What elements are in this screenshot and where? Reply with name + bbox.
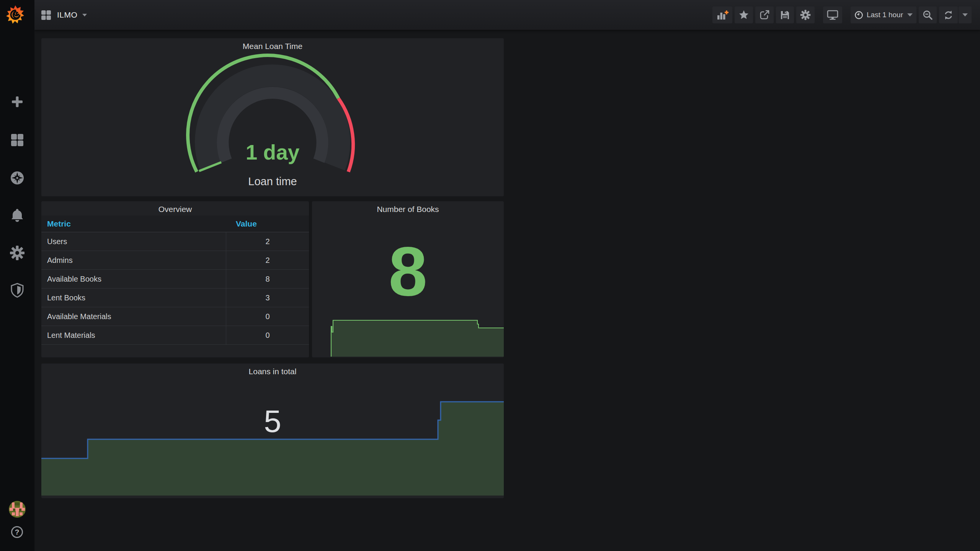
gear-icon [800,10,811,20]
dashboard-title-group[interactable]: ILMO [41,10,87,20]
value-cell: 2 [226,251,309,269]
sidebar-create-button[interactable] [0,88,34,116]
sidebar-configuration-button[interactable] [0,239,34,267]
gauge-value-text: 1 day [41,140,504,165]
value-cell: 8 [226,270,309,288]
table-row: Admins 2 [41,251,309,270]
dashboard-settings-button[interactable] [796,7,815,23]
loans-stat-value: 5 [41,406,504,437]
value-cell: 3 [226,289,309,307]
table-row: Lent Materials 0 [41,326,309,345]
tv-monitor-icon [827,10,838,20]
panel-loans-in-total: Loans in total 5 [41,364,504,498]
refresh-caret-icon [962,13,968,16]
table-row: Users 2 [41,232,309,251]
dashboard-grid-icon [41,10,51,20]
grafana-logo-icon[interactable] [5,4,26,26]
plus-icon [10,95,24,109]
column-header-metric[interactable]: Metric [41,219,226,228]
top-navbar: ILMO [34,0,980,30]
add-panel-button[interactable] [712,7,732,23]
share-dashboard-button[interactable] [755,7,774,23]
panel-title[interactable]: Overview [41,205,309,214]
add-panel-icon [716,9,728,21]
metric-cell: Lent Materials [41,326,226,344]
panel-title[interactable]: Loans in total [41,367,504,376]
table-header-row: Metric Value [41,215,309,232]
compass-icon [10,170,25,186]
table-body: Users 2 Admins 2 Available Books 8 Lent … [41,232,309,345]
save-icon [780,10,790,20]
question-mark-icon: ? [15,528,20,536]
panel-overview: Overview Metric Value Users 2 Admins 2 A… [41,201,309,357]
refresh-icon [943,10,954,21]
metric-cell: Available Materials [41,307,226,326]
metric-cell: Admins [41,251,226,269]
sidebar-dashboards-button[interactable] [0,126,34,154]
title-caret-icon [82,14,87,16]
star-dashboard-button[interactable] [735,7,753,23]
panel-title[interactable]: Number of Books [312,205,504,214]
books-stat-value: 8 [312,236,504,306]
refresh-button-group [939,7,972,23]
time-caret-icon [907,13,913,16]
bell-icon [10,208,24,223]
dashboard-title[interactable]: ILMO [57,10,77,20]
table-row: Available Materials 0 [41,307,309,326]
magnifier-minus-icon [923,10,933,20]
cycle-view-mode-button[interactable] [823,7,842,23]
star-icon [738,10,749,20]
help-button[interactable]: ? [11,526,23,538]
dashboards-grid-icon [10,133,24,147]
refresh-dashboard-button[interactable] [939,7,958,23]
refresh-interval-dropdown[interactable] [959,7,972,23]
value-cell: 0 [226,326,309,344]
metric-cell: Users [41,232,226,251]
navbar-actions: Last 1 hour [712,7,972,23]
books-sparkline-fill [331,320,504,357]
clock-icon [854,11,863,20]
sidebar: ? [0,0,34,551]
user-avatar[interactable] [9,501,26,518]
table-row: Lent Books 3 [41,289,309,307]
gear-icon [10,245,25,261]
panel-mean-loan-time: Mean Loan Time 1 day Loan time [41,38,504,196]
sidebar-server-admin-button[interactable] [0,277,34,304]
table-row: Available Books 8 [41,270,309,289]
gauge-value-label: Loan time [41,175,504,188]
share-icon [759,10,770,20]
metric-cell: Available Books [41,270,226,288]
save-dashboard-button[interactable] [776,7,794,23]
sidebar-alerting-button[interactable] [0,202,34,229]
value-cell: 2 [226,232,309,251]
panel-title[interactable]: Mean Loan Time [41,42,504,51]
shield-icon [10,282,24,298]
column-header-value[interactable]: Value [226,219,257,228]
loan-time-gauge [41,38,504,196]
sidebar-explore-button[interactable] [0,164,34,192]
metric-cell: Lent Books [41,289,226,307]
grafana-dashboard: ? ILMO [0,0,980,551]
time-range-label: Last 1 hour [867,11,903,19]
zoom-out-time-button[interactable] [919,7,937,23]
panel-number-of-books: Number of Books 8 [312,201,504,357]
time-range-picker[interactable]: Last 1 hour [851,7,916,23]
value-cell: 0 [226,307,309,326]
